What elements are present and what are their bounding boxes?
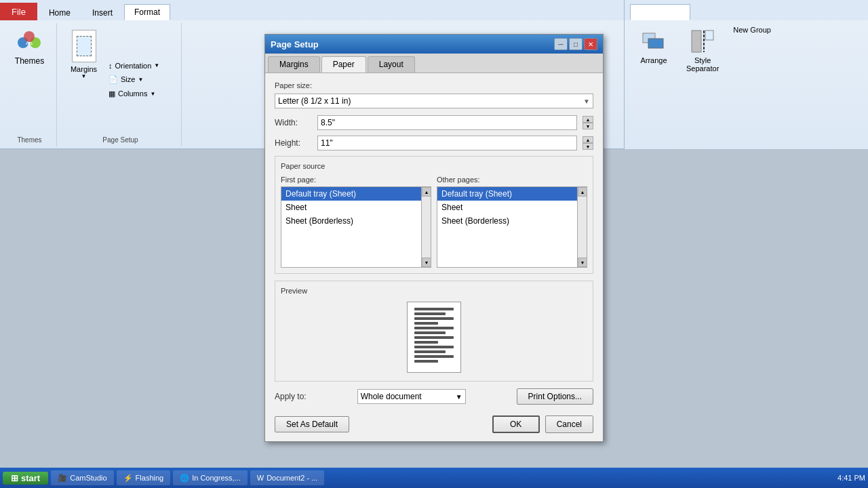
tab-paper[interactable]: Paper [321, 56, 366, 73]
minimize-button[interactable]: ─ [554, 38, 568, 50]
tab-home[interactable]: Home [39, 5, 81, 20]
tab-developer[interactable]: Developer [630, 4, 690, 20]
taskbar-item-2[interactable]: 🌐 In Congress,... [173, 470, 248, 485]
columns-label: Columns [118, 89, 147, 98]
right-ribbon-tabs: Developer [625, 0, 868, 20]
ok-cancel-group: OK Cancel [492, 415, 593, 433]
size-icon: 📄 [108, 75, 118, 84]
paper-size-arrow: ▼ [583, 98, 590, 105]
apply-to-label: Apply to: [275, 392, 307, 401]
restore-button[interactable]: □ [569, 38, 583, 50]
width-label: Width: [275, 118, 312, 127]
paper-source-label: Paper source [281, 162, 587, 170]
first-page-scroll-track[interactable] [422, 197, 431, 258]
other-pages-item-2[interactable]: Sheet (Borderless) [437, 214, 587, 228]
cancel-button[interactable]: Cancel [545, 415, 593, 433]
first-page-item-0[interactable]: Default tray (Sheet) [281, 187, 431, 201]
dialog-title: Page Setup [271, 39, 319, 49]
ok-button[interactable]: OK [492, 415, 540, 433]
taskbar-item-0[interactable]: 🎥 CamStudio [51, 470, 113, 485]
preview-line-3 [414, 317, 454, 320]
orientation-button[interactable]: ↕ Orientation ▼ [105, 60, 163, 72]
tab-developer-label: Developer [642, 7, 679, 17]
preview-line-6 [414, 331, 446, 334]
first-page-scroll-up[interactable]: ▲ [422, 187, 431, 197]
preview-page [407, 302, 461, 373]
taskbar-item-0-label: CamStudio [70, 474, 106, 482]
preview-section: Preview [275, 281, 593, 382]
arrange-label: Arrange [640, 56, 667, 64]
set-as-default-button[interactable]: Set As Default [275, 416, 349, 432]
arrange-button[interactable]: Arrange [633, 23, 675, 68]
height-spin-up[interactable]: ▲ [583, 136, 593, 143]
other-pages-scrollbar: ▲ ▼ [577, 187, 587, 267]
style-separator-button[interactable]: Style Separator [680, 23, 725, 76]
dialog-tabs: Margins Paper Layout [265, 54, 603, 73]
orientation-icon: ↕ [108, 62, 113, 70]
other-pages-scroll-down[interactable]: ▼ [578, 258, 587, 267]
source-columns: First page: Default tray (Sheet) Sheet S… [281, 176, 587, 268]
taskbar-item-1[interactable]: ⚡ Flashing [117, 470, 171, 485]
tab-margins[interactable]: Margins [268, 56, 320, 73]
flashing-icon: ⚡ [123, 474, 133, 483]
margins-button[interactable]: Margins ▼ [65, 26, 102, 134]
paper-size-section-label: Paper size: [275, 81, 593, 89]
width-spin-up[interactable]: ▲ [583, 116, 593, 123]
browser-icon: 🌐 [180, 474, 189, 483]
style-separator-icon [688, 26, 717, 56]
tab-home-label: Home [49, 8, 71, 18]
other-pages-scroll-track[interactable] [578, 197, 587, 258]
taskbar-item-1-label: Flashing [136, 474, 164, 482]
svg-rect-6 [692, 30, 701, 52]
size-button[interactable]: 📄 Size ▼ [105, 73, 163, 86]
preview-line-4 [414, 322, 438, 325]
preview-line-5 [414, 327, 454, 329]
clock: 4:41 PM [837, 474, 865, 482]
columns-button[interactable]: ▦ Columns ▼ [105, 87, 163, 100]
columns-icon: ▦ [108, 89, 115, 98]
tab-insert[interactable]: Insert [82, 5, 123, 20]
first-page-item-1[interactable]: Sheet [281, 201, 431, 214]
page-setup-dialog: Page Setup ─ □ ✕ Margins Paper Layout Pa… [264, 34, 604, 442]
ribbon-group-page-setup: Margins ▼ ↕ Orientation ▼ 📄 Size ▼ [60, 23, 182, 146]
preview-line-7 [414, 336, 454, 339]
right-ribbon-group: Arrange Style Separator New Group [630, 20, 863, 79]
width-input[interactable] [317, 115, 577, 130]
first-page-scroll-down[interactable]: ▼ [422, 258, 431, 267]
ribbon-group-themes: Aa Themes Themes [3, 23, 57, 146]
other-pages-scroll-up[interactable]: ▲ [578, 187, 587, 197]
taskbar-item-3[interactable]: W Document2 - ... [250, 470, 325, 485]
height-input[interactable] [317, 136, 577, 150]
apply-to-select[interactable]: Whole document ▼ [357, 389, 466, 404]
other-pages-list: Default tray (Sheet) Sheet Sheet (Border… [437, 186, 587, 268]
other-pages-label: Other pages: [437, 176, 587, 184]
tab-file[interactable]: File [0, 3, 37, 20]
dialog-title-bar: Page Setup ─ □ ✕ [265, 35, 603, 54]
other-pages-item-1[interactable]: Sheet [437, 201, 587, 214]
margins-icon [72, 30, 96, 64]
margins-dropdown-arrow: ▼ [81, 73, 87, 79]
preview-line-9 [414, 346, 454, 348]
tab-file-label: File [12, 7, 26, 17]
width-row: Width: ▲ ▼ [275, 115, 593, 130]
paper-size-select[interactable]: Letter (8 1/2 x 11 in) ▼ [275, 94, 593, 108]
other-pages-item-0[interactable]: Default tray (Sheet) [437, 187, 587, 201]
width-spin-down[interactable]: ▼ [583, 123, 593, 129]
dialog-buttons: Set As Default OK Cancel [275, 413, 593, 433]
preview-line-1 [414, 308, 454, 310]
tab-layout[interactable]: Layout [368, 56, 415, 73]
preview-line-8 [414, 341, 438, 344]
height-spin-down[interactable]: ▼ [583, 143, 593, 150]
start-button[interactable]: ⊞ start [3, 472, 48, 485]
right-ribbon: Developer Arrange Style Separator [624, 0, 868, 149]
first-page-col: First page: Default tray (Sheet) Sheet S… [281, 176, 431, 268]
first-page-item-2[interactable]: Sheet (Borderless) [281, 214, 431, 228]
print-options-button[interactable]: Print Options... [517, 388, 593, 405]
paper-source-section: Paper source First page: Default tray (S… [275, 156, 593, 274]
tab-format[interactable]: Format [124, 4, 170, 20]
themes-button[interactable]: Aa Themes [12, 26, 47, 69]
apply-to-value: Whole document [361, 392, 422, 401]
close-button[interactable]: ✕ [584, 38, 597, 50]
height-row: Height: ▲ ▼ [275, 136, 593, 150]
first-page-scrollbar: ▲ ▼ [421, 187, 431, 267]
